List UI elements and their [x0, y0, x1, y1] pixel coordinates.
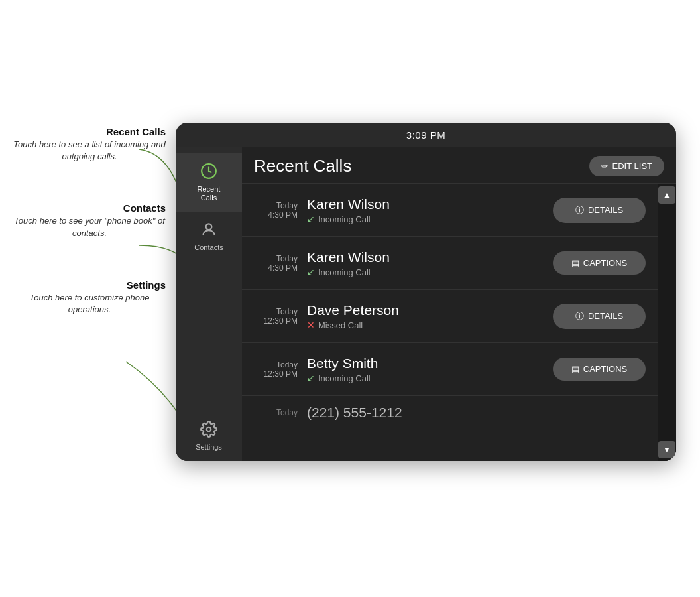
call-time-4: Today — [254, 408, 307, 417]
details-button-2[interactable]: ⓘ DETAILS — [553, 304, 646, 329]
captions-button-3[interactable]: ▤ CAPTIONS — [553, 358, 646, 381]
info-icon-2: ⓘ — [575, 310, 584, 322]
captions-button-1[interactable]: ▤ CAPTIONS — [553, 251, 646, 275]
call-type-label-2: Missed Call — [318, 320, 363, 330]
scroll-up-button[interactable]: ▲ — [658, 186, 675, 204]
call-info-2: Dave Peterson ✕ Missed Call — [307, 302, 553, 330]
main-layout: RecentCalls Contacts S — [176, 147, 676, 461]
edit-list-button[interactable]: ✏ EDIT LIST — [589, 156, 664, 176]
pencil-icon: ✏ — [601, 161, 609, 171]
details-button-0[interactable]: ⓘ DETAILS — [553, 198, 646, 223]
call-type-2: ✕ Missed Call — [307, 320, 553, 330]
gear-icon — [200, 421, 217, 440]
incoming-icon-0: ↙ — [307, 214, 315, 224]
call-hour-1: 4:30 PM — [254, 263, 298, 273]
sidebar-item-settings[interactable]: Settings — [176, 411, 242, 461]
incoming-icon-3: ↙ — [307, 373, 315, 383]
sidebar-recent-calls-label: RecentCalls — [198, 185, 221, 202]
table-row: Today 4:30 PM Karen Wilson ↙ Incoming Ca… — [242, 184, 658, 237]
status-time: 3:09 PM — [406, 129, 445, 141]
contacts-annotation-title: Contacts — [13, 202, 166, 214]
captions-icon-1: ▤ — [571, 258, 579, 268]
sidebar-contacts-label: Contacts — [194, 243, 223, 252]
table-row: Today (221) 555-1212 — [242, 396, 658, 429]
call-type-label-1: Incoming Call — [318, 267, 371, 277]
annotations-panel: Recent Calls Touch here to see a list of… — [13, 126, 166, 334]
calls-list: Today 4:30 PM Karen Wilson ↙ Incoming Ca… — [242, 184, 658, 461]
recent-calls-annotation-desc: Touch here to see a list of incoming and… — [13, 139, 166, 163]
calls-list-wrapper: Today 4:30 PM Karen Wilson ↙ Incoming Ca… — [242, 184, 676, 461]
call-info-3: Betty Smith ↙ Incoming Call — [307, 355, 553, 383]
call-type-label-3: Incoming Call — [318, 373, 371, 383]
call-time-1: Today 4:30 PM — [254, 254, 307, 273]
device-screen: 3:09 PM RecentCalls — [176, 123, 676, 461]
call-info-4: (221) 555-1212 — [307, 404, 646, 421]
call-time-2: Today 12:30 PM — [254, 307, 307, 326]
call-date-4: Today — [254, 408, 298, 417]
table-row: Today 12:30 PM Dave Peterson ✕ Missed Ca… — [242, 290, 658, 343]
table-row: Today 12:30 PM Betty Smith ↙ Incoming Ca… — [242, 343, 658, 396]
settings-annotation-desc: Touch here to customize phone operations… — [13, 292, 166, 316]
table-row: Today 4:30 PM Karen Wilson ↙ Incoming Ca… — [242, 237, 658, 290]
action-label-3: CAPTIONS — [583, 364, 627, 374]
recent-calls-annotation-title: Recent Calls — [13, 126, 166, 137]
call-date-3: Today — [254, 360, 298, 369]
missed-icon-2: ✕ — [307, 320, 315, 330]
content-header: Recent Calls ✏ EDIT LIST — [242, 147, 676, 184]
scroll-track: ▲ ▼ — [658, 184, 676, 461]
contacts-annotation-desc: Touch here to see your "phone book" of c… — [13, 215, 166, 239]
sidebar-settings-label: Settings — [196, 443, 222, 452]
sidebar-item-recent-calls[interactable]: RecentCalls — [176, 153, 242, 212]
call-info-1: Karen Wilson ↙ Incoming Call — [307, 249, 553, 277]
sidebar-item-contacts[interactable]: Contacts — [176, 212, 242, 261]
edit-list-label: EDIT LIST — [612, 161, 652, 171]
call-type-0: ↙ Incoming Call — [307, 214, 553, 224]
call-info-0: Karen Wilson ↙ Incoming Call — [307, 196, 553, 224]
call-name-3: Betty Smith — [307, 355, 553, 371]
action-label-0: DETAILS — [588, 205, 623, 215]
call-type-3: ↙ Incoming Call — [307, 373, 553, 383]
content-area: Recent Calls ✏ EDIT LIST Today 4:30 PM — [242, 147, 676, 461]
call-name-2: Dave Peterson — [307, 302, 553, 318]
svg-point-2 — [207, 427, 211, 432]
call-name-1: Karen Wilson — [307, 249, 553, 265]
call-date-0: Today — [254, 201, 298, 210]
call-time-0: Today 4:30 PM — [254, 201, 307, 220]
captions-icon-3: ▤ — [571, 364, 579, 374]
sidebar: RecentCalls Contacts S — [176, 147, 242, 461]
info-icon-0: ⓘ — [575, 204, 584, 216]
call-hour-2: 12:30 PM — [254, 316, 298, 326]
settings-annotation-title: Settings — [13, 279, 166, 291]
call-date-1: Today — [254, 254, 298, 263]
scroll-down-button[interactable]: ▼ — [658, 441, 675, 458]
incoming-icon-1: ↙ — [307, 267, 315, 277]
settings-annotation: Settings Touch here to customize phone o… — [13, 279, 166, 316]
contacts-annotation: Contacts Touch here to see your "phone b… — [13, 202, 166, 239]
call-name-0: Karen Wilson — [307, 196, 553, 212]
call-type-label-0: Incoming Call — [318, 214, 371, 224]
status-bar: 3:09 PM — [176, 123, 676, 147]
action-label-1: CAPTIONS — [583, 258, 627, 268]
clock-icon — [200, 163, 217, 182]
recent-calls-annotation: Recent Calls Touch here to see a list of… — [13, 126, 166, 163]
person-icon — [200, 221, 217, 241]
call-name-4: (221) 555-1212 — [307, 404, 646, 421]
call-time-3: Today 12:30 PM — [254, 360, 307, 379]
call-hour-3: 12:30 PM — [254, 369, 298, 379]
call-date-2: Today — [254, 307, 298, 316]
page-title: Recent Calls — [254, 156, 351, 176]
svg-point-1 — [206, 224, 212, 230]
action-label-2: DETAILS — [588, 311, 623, 321]
call-hour-0: 4:30 PM — [254, 210, 298, 220]
call-type-1: ↙ Incoming Call — [307, 267, 553, 277]
